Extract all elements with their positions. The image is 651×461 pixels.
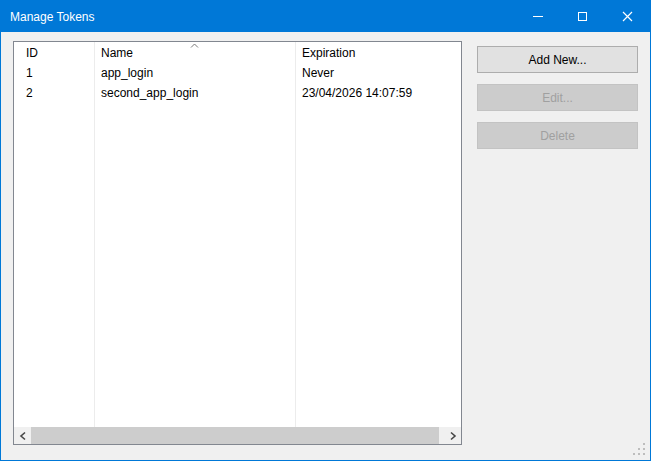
caption-buttons	[515, 1, 650, 32]
close-icon	[622, 11, 633, 22]
cell-name: second_app_login	[94, 83, 295, 103]
edit-button[interactable]: Edit...	[477, 84, 638, 111]
titlebar: Manage Tokens	[1, 1, 650, 32]
resize-grip[interactable]	[633, 443, 646, 456]
chevron-right-icon	[449, 431, 457, 441]
table-row[interactable]: 1 app_login Never	[14, 63, 461, 83]
list-body: 1 app_login Never 2 second_app_login 23/…	[14, 63, 461, 103]
add-new-button[interactable]: Add New...	[477, 46, 638, 73]
cell-id: 2	[14, 83, 94, 103]
cell-expiration: Never	[295, 63, 461, 83]
scroll-right-button[interactable]	[444, 427, 461, 444]
column-header-id[interactable]: ID	[14, 42, 94, 63]
close-button[interactable]	[605, 1, 650, 32]
cell-expiration: 23/04/2026 14:07:59	[295, 83, 461, 103]
list-header: ID Name Expiration	[14, 42, 461, 63]
minimize-button[interactable]	[515, 1, 560, 32]
manage-tokens-window: Manage Tokens ID	[0, 0, 651, 461]
scroll-left-button[interactable]	[14, 427, 31, 444]
cell-id: 1	[14, 63, 94, 83]
maximize-button[interactable]	[560, 1, 605, 32]
minimize-icon	[533, 16, 543, 17]
cell-name: app_login	[94, 63, 295, 83]
delete-button[interactable]: Delete	[477, 122, 638, 149]
token-list: ID Name Expiration 1 app_login Never	[13, 41, 462, 445]
scrollbar-thumb[interactable]	[31, 427, 439, 444]
column-header-expiration[interactable]: Expiration	[295, 42, 461, 63]
sort-ascending-icon	[190, 43, 199, 48]
horizontal-scrollbar[interactable]	[14, 427, 461, 444]
table-row[interactable]: 2 second_app_login 23/04/2026 14:07:59	[14, 83, 461, 103]
window-title: Manage Tokens	[1, 10, 95, 24]
maximize-icon	[578, 12, 587, 21]
chevron-left-icon	[19, 431, 27, 441]
